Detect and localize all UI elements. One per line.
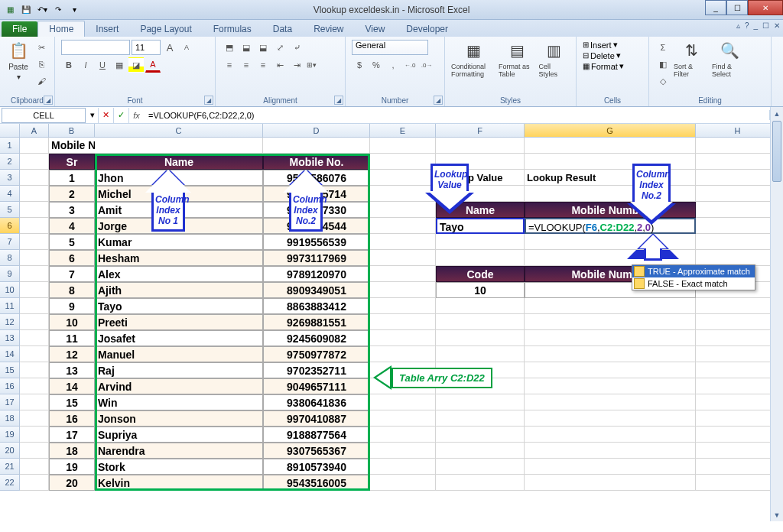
cell-B7[interactable]: 5 bbox=[49, 234, 95, 250]
cell-B5[interactable]: 3 bbox=[49, 202, 95, 218]
increase-indent-button[interactable]: ⇥ bbox=[289, 57, 304, 73]
cell-G16[interactable] bbox=[525, 378, 696, 394]
font-color-button[interactable]: A bbox=[145, 57, 161, 73]
row-header[interactable]: 22 bbox=[0, 475, 20, 491]
cell-A16[interactable] bbox=[20, 378, 49, 394]
cell-F17[interactable] bbox=[436, 394, 525, 410]
cell-B1[interactable]: Mobile Number List bbox=[49, 138, 95, 154]
cell-A10[interactable] bbox=[20, 282, 49, 298]
cell-H2[interactable] bbox=[696, 154, 780, 170]
cell-E4[interactable] bbox=[370, 186, 436, 202]
delete-button[interactable]: ⊟ Delete ▾ bbox=[583, 50, 621, 60]
tab-home[interactable]: Home bbox=[37, 21, 85, 37]
find-select-button[interactable]: 🔍Find & Select bbox=[712, 40, 747, 78]
cell-C13[interactable]: Josafet bbox=[95, 330, 263, 346]
intellisense-option-true[interactable]: TRUE - Approximate match bbox=[632, 265, 755, 277]
cell-B4[interactable]: 2 bbox=[49, 186, 95, 202]
cell-H5[interactable] bbox=[696, 202, 780, 218]
cell-D15[interactable]: 9702352711 bbox=[263, 362, 370, 378]
cell-C3[interactable]: Jhon bbox=[95, 170, 263, 186]
cell-B13[interactable]: 11 bbox=[49, 330, 95, 346]
col-header-d[interactable]: D bbox=[263, 124, 370, 137]
cell-G19[interactable] bbox=[525, 427, 696, 443]
cell-C19[interactable]: Supriya bbox=[95, 427, 263, 443]
cancel-button[interactable]: ✕ bbox=[98, 108, 113, 123]
cell-B12[interactable]: 10 bbox=[49, 314, 95, 330]
cell-A3[interactable] bbox=[20, 170, 49, 186]
ribbon-minimize-icon[interactable]: ▵ bbox=[736, 21, 740, 30]
cell-A5[interactable] bbox=[20, 202, 49, 218]
cell-A1[interactable] bbox=[20, 138, 49, 154]
save-icon[interactable]: 💾 bbox=[19, 3, 33, 17]
cell-G3[interactable]: Lookup Result bbox=[525, 170, 696, 186]
cell-H17[interactable] bbox=[696, 394, 780, 410]
cell-E21[interactable] bbox=[370, 459, 436, 475]
orientation-button[interactable]: ⤢ bbox=[272, 40, 288, 55]
cell-E22[interactable] bbox=[370, 475, 436, 491]
underline-button[interactable]: U bbox=[95, 57, 110, 73]
cell-E6[interactable] bbox=[370, 218, 436, 234]
cell-F13[interactable] bbox=[436, 330, 525, 346]
minimize-button[interactable]: _ bbox=[705, 0, 726, 15]
cell-B10[interactable]: 8 bbox=[49, 282, 95, 298]
number-expand-icon[interactable]: ◢ bbox=[434, 96, 443, 105]
borders-button[interactable]: ▦ bbox=[112, 57, 127, 73]
cell-B6[interactable]: 4 bbox=[49, 218, 95, 234]
cell-D4[interactable]: 9797895714 bbox=[263, 186, 370, 202]
cell-A12[interactable] bbox=[20, 314, 49, 330]
decrease-indent-button[interactable]: ⇤ bbox=[272, 57, 288, 73]
cell-D1[interactable] bbox=[263, 138, 370, 154]
cell-D18[interactable]: 9970410887 bbox=[263, 410, 370, 427]
cell-D13[interactable]: 9245609082 bbox=[263, 330, 370, 346]
cell-F20[interactable] bbox=[436, 443, 525, 459]
row-header[interactable]: 13 bbox=[0, 330, 20, 346]
intellisense-option-false[interactable]: FALSE - Exact match bbox=[632, 277, 755, 290]
cell-C14[interactable]: Manuel bbox=[95, 346, 263, 362]
row-header[interactable]: 8 bbox=[0, 250, 20, 266]
row-header[interactable]: 18 bbox=[0, 410, 20, 427]
cell-D11[interactable]: 8863883412 bbox=[263, 298, 370, 314]
doc-minimize-button[interactable]: _ bbox=[753, 21, 758, 30]
cell-D17[interactable]: 9380641836 bbox=[263, 394, 370, 410]
cell-C7[interactable]: Kumar bbox=[95, 234, 263, 250]
file-tab[interactable]: File bbox=[2, 21, 37, 37]
italic-button[interactable]: I bbox=[78, 57, 93, 73]
cell-D19[interactable]: 9188877564 bbox=[263, 427, 370, 443]
cell-F12[interactable] bbox=[436, 314, 525, 330]
cell-G4[interactable] bbox=[525, 186, 696, 202]
qat-customize-icon[interactable]: ▾ bbox=[67, 3, 81, 17]
undo-icon[interactable]: ↶▾ bbox=[35, 3, 49, 17]
cell-C22[interactable]: Kelvin bbox=[95, 475, 263, 491]
cell-H6[interactable] bbox=[696, 218, 780, 234]
row-header[interactable]: 3 bbox=[0, 170, 20, 186]
paste-button[interactable]: 📋Paste▾ bbox=[6, 40, 31, 81]
align-left-button[interactable]: ≡ bbox=[222, 57, 237, 73]
cell-E14[interactable] bbox=[370, 346, 436, 362]
align-middle-button[interactable]: ⬓ bbox=[239, 40, 254, 55]
cell-F18[interactable] bbox=[436, 410, 525, 427]
fill-color-button[interactable]: ◪ bbox=[128, 57, 144, 73]
cell-A14[interactable] bbox=[20, 346, 49, 362]
cell-B14[interactable]: 12 bbox=[49, 346, 95, 362]
row-header[interactable]: 21 bbox=[0, 459, 20, 475]
cell-H19[interactable] bbox=[696, 427, 780, 443]
cell-F11[interactable] bbox=[436, 298, 525, 314]
cell-D16[interactable]: 9049657111 bbox=[263, 378, 370, 394]
vertical-scrollbar[interactable]: ▲ ▼ bbox=[770, 107, 783, 521]
cell-G17[interactable] bbox=[525, 394, 696, 410]
cell-G14[interactable] bbox=[525, 346, 696, 362]
cell-H13[interactable] bbox=[696, 330, 780, 346]
cell-D3[interactable]: 9526586076 bbox=[263, 170, 370, 186]
cell-E20[interactable] bbox=[370, 443, 436, 459]
cell-B18[interactable]: 16 bbox=[49, 410, 95, 427]
font-size-input[interactable] bbox=[132, 40, 161, 55]
col-header-c[interactable]: C bbox=[95, 124, 263, 137]
cell-H4[interactable] bbox=[696, 186, 780, 202]
row-header[interactable]: 5 bbox=[0, 202, 20, 218]
cell-B22[interactable]: 20 bbox=[49, 475, 95, 491]
number-format-select[interactable]: General bbox=[352, 40, 428, 55]
col-header-f[interactable]: F bbox=[436, 124, 525, 137]
cell-D20[interactable]: 9307565367 bbox=[263, 443, 370, 459]
doc-close-button[interactable]: ✕ bbox=[774, 21, 780, 30]
row-header[interactable]: 11 bbox=[0, 298, 20, 314]
